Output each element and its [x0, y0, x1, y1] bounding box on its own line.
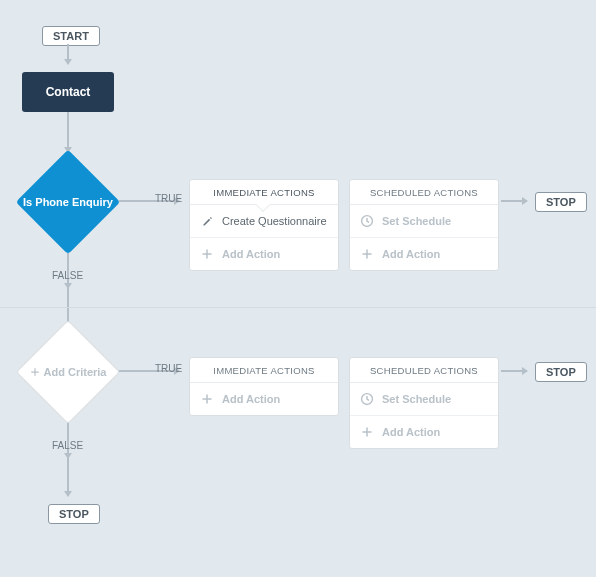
clock-icon	[360, 214, 374, 228]
panel-header: IMMEDIATE ACTIONS	[190, 180, 338, 205]
stop-node: STOP	[48, 504, 100, 524]
panel-header: SCHEDULED ACTIONS	[350, 180, 498, 205]
plus-icon	[200, 247, 214, 261]
add-action-label: Add Action	[222, 248, 280, 260]
true-label: TRUE	[155, 193, 182, 204]
criteria-node-phone-enquiry[interactable]: Is Phone Enquiry	[16, 150, 121, 255]
add-action-button[interactable]: Add Action	[350, 238, 498, 270]
add-action-button[interactable]: Add Action	[350, 416, 498, 448]
plus-icon	[360, 247, 374, 261]
add-action-button[interactable]: Add Action	[190, 238, 338, 270]
panel-header: SCHEDULED ACTIONS	[350, 358, 498, 383]
add-action-label: Add Action	[382, 248, 440, 260]
arrow-icon	[67, 44, 69, 64]
panel-title: IMMEDIATE ACTIONS	[213, 187, 315, 198]
panel-header: IMMEDIATE ACTIONS	[190, 358, 338, 383]
stop-node: STOP	[535, 362, 587, 382]
true-label: TRUE	[155, 363, 182, 374]
arrow-icon	[67, 112, 69, 152]
arrow-icon	[501, 200, 527, 202]
add-criteria-node[interactable]: Add Criteria	[16, 320, 121, 425]
arrow-icon	[67, 458, 69, 496]
start-node: START	[42, 26, 100, 46]
arrow-icon	[501, 370, 527, 372]
scheduled-actions-panel: SCHEDULED ACTIONS Set Schedule Add Actio…	[349, 357, 499, 449]
contact-label: Contact	[46, 85, 91, 99]
plus-icon	[30, 367, 40, 377]
criteria-label: Is Phone Enquiry	[16, 196, 120, 208]
set-schedule-button[interactable]: Set Schedule	[350, 383, 498, 416]
plus-icon	[360, 425, 374, 439]
plus-icon	[200, 392, 214, 406]
add-action-label: Add Action	[222, 393, 280, 405]
add-action-button[interactable]: Add Action	[190, 383, 338, 415]
contact-node[interactable]: Contact	[22, 72, 114, 112]
set-schedule-label: Set Schedule	[382, 393, 451, 405]
immediate-actions-panel: IMMEDIATE ACTIONS Create Questionnaire A…	[189, 179, 339, 271]
pencil-icon	[200, 214, 214, 228]
add-criteria-label: Add Criteria	[16, 366, 120, 378]
section-divider	[0, 307, 596, 308]
criteria-text: Add Criteria	[44, 366, 107, 378]
action-label: Create Questionnaire	[222, 215, 327, 227]
immediate-actions-panel: IMMEDIATE ACTIONS Add Action	[189, 357, 339, 416]
clock-icon	[360, 392, 374, 406]
set-schedule-button[interactable]: Set Schedule	[350, 205, 498, 238]
scheduled-actions-panel: SCHEDULED ACTIONS Set Schedule Add Actio…	[349, 179, 499, 271]
add-action-label: Add Action	[382, 426, 440, 438]
set-schedule-label: Set Schedule	[382, 215, 451, 227]
false-label: FALSE	[52, 440, 83, 451]
stop-node: STOP	[535, 192, 587, 212]
false-label: FALSE	[52, 270, 83, 281]
